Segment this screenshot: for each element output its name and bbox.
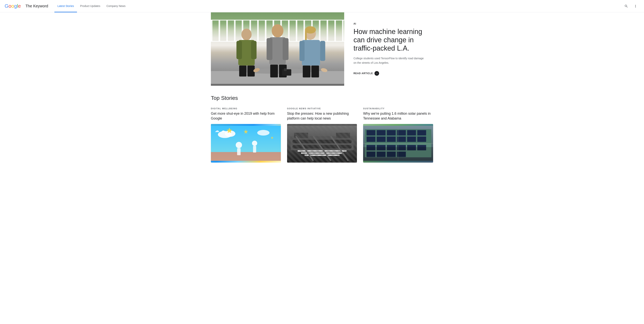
svg-rect-41	[292, 140, 352, 143]
hero-article-content: AI How machine learning can drive change…	[344, 12, 433, 86]
logo-letter-o1: o	[8, 3, 11, 9]
header-actions	[622, 2, 639, 10]
hero-section: AI How machine learning can drive change…	[206, 12, 438, 86]
svg-point-33	[236, 142, 242, 148]
svg-rect-6	[239, 66, 246, 77]
svg-rect-55	[397, 130, 406, 135]
nav-item-latest-stories[interactable]: Latest Stories	[54, 0, 77, 12]
svg-rect-21	[312, 66, 319, 77]
story-image-1	[211, 124, 281, 163]
svg-rect-67	[397, 145, 406, 150]
nav-item-product-updates[interactable]: Product Updates	[77, 0, 103, 12]
svg-point-35	[252, 141, 257, 146]
svg-rect-5	[251, 41, 256, 59]
header: Google The Keyword Latest Stories Produc…	[0, 0, 644, 12]
svg-rect-17	[302, 40, 320, 66]
story-card-2[interactable]: GOOGLE NEWS INITIATIVE Stop the presses:…	[287, 107, 357, 163]
main-nav: The Keyword Latest Stories Product Updat…	[26, 0, 622, 12]
hero-category: AI	[354, 23, 424, 25]
top-stories-heading: Top Stories	[211, 95, 433, 101]
stories-grid: DIGITAL WELLBEING Get more shut-eye in 2…	[211, 107, 433, 163]
story-card-3[interactable]: SUSTAINABILITY Why we're putting 1.6 mil…	[363, 107, 433, 163]
svg-rect-38	[290, 136, 354, 150]
svg-rect-63	[417, 137, 426, 142]
svg-rect-32	[211, 152, 281, 161]
svg-rect-60	[387, 137, 396, 142]
story-title-1: Get more shut-eye in 2019 with help from…	[211, 111, 281, 121]
svg-rect-18	[300, 41, 305, 61]
svg-rect-36	[253, 146, 256, 153]
search-button[interactable]	[622, 2, 630, 10]
search-icon	[624, 4, 628, 8]
arrow-icon: →	[374, 71, 379, 76]
read-article-label: READ ARTICLE	[354, 72, 373, 75]
logo-letter-g2: g	[14, 3, 17, 9]
svg-rect-64	[366, 145, 375, 150]
svg-rect-43	[298, 150, 346, 152]
svg-rect-58	[366, 137, 375, 142]
people-illustration	[211, 31, 344, 86]
svg-rect-59	[377, 137, 386, 142]
svg-rect-11	[283, 38, 288, 60]
svg-rect-66	[387, 145, 396, 150]
svg-rect-45	[304, 154, 339, 156]
svg-rect-70	[366, 152, 375, 157]
svg-rect-72	[387, 152, 396, 157]
story-title-2: Stop the presses: How a new publishing p…	[287, 111, 357, 121]
story-img-placeholder-2	[287, 124, 357, 163]
story-image-3	[363, 124, 433, 163]
story-category-2: GOOGLE NEWS INITIATIVE	[287, 107, 357, 110]
svg-rect-4	[236, 41, 242, 59]
story-image-2	[287, 124, 357, 163]
svg-rect-73	[397, 152, 406, 157]
logo-letter-g: G	[5, 3, 8, 9]
more-options-button[interactable]	[632, 2, 639, 10]
hero-bg	[211, 12, 344, 86]
hero-image-container[interactable]	[211, 12, 344, 86]
svg-rect-53	[377, 130, 386, 135]
svg-line-47	[313, 136, 331, 161]
svg-rect-19	[320, 41, 325, 61]
svg-rect-39	[294, 133, 308, 138]
svg-point-28	[225, 131, 235, 137]
hero-description: College students used TensorFlow to iden…	[354, 56, 424, 65]
story-img-placeholder-1	[211, 124, 281, 163]
svg-rect-20	[303, 66, 310, 77]
svg-rect-56	[407, 130, 416, 135]
google-logo: Google	[5, 3, 21, 9]
more-vert-icon	[634, 4, 638, 8]
svg-rect-57	[417, 130, 426, 135]
nav-item-company-news[interactable]: Company News	[104, 0, 129, 12]
people-svg	[211, 14, 344, 86]
story-title-3: Why we're putting 1.6 million solar pane…	[363, 111, 433, 121]
svg-rect-34	[237, 148, 240, 155]
svg-point-29	[257, 130, 269, 136]
story-img-placeholder-3	[363, 124, 433, 163]
svg-rect-54	[387, 130, 396, 135]
svg-line-48	[331, 136, 348, 161]
svg-rect-71	[377, 152, 386, 157]
read-article-link[interactable]: READ ARTICLE →	[354, 71, 424, 76]
hero-title: How machine learning can drive change in…	[354, 28, 424, 53]
hero-image	[211, 12, 344, 86]
svg-rect-69	[417, 145, 426, 150]
svg-rect-52	[366, 130, 375, 135]
svg-rect-10	[267, 38, 272, 60]
svg-rect-23	[284, 68, 287, 71]
story-category-3: SUSTAINABILITY	[363, 107, 433, 110]
svg-point-2	[241, 29, 252, 40]
svg-rect-42	[292, 145, 352, 148]
logo-letter-o2: o	[12, 3, 14, 9]
svg-rect-68	[407, 145, 416, 150]
svg-rect-40	[336, 133, 350, 138]
story-category-1: DIGITAL WELLBEING	[211, 107, 281, 110]
svg-line-46	[296, 136, 313, 161]
svg-rect-61	[397, 137, 406, 142]
svg-rect-44	[301, 153, 343, 154]
svg-rect-37	[287, 126, 357, 161]
site-title[interactable]: The Keyword	[26, 4, 48, 8]
story-card-1[interactable]: DIGITAL WELLBEING Get more shut-eye in 2…	[211, 107, 281, 163]
svg-rect-62	[407, 137, 416, 142]
svg-point-8	[272, 24, 284, 37]
svg-rect-65	[377, 145, 386, 150]
